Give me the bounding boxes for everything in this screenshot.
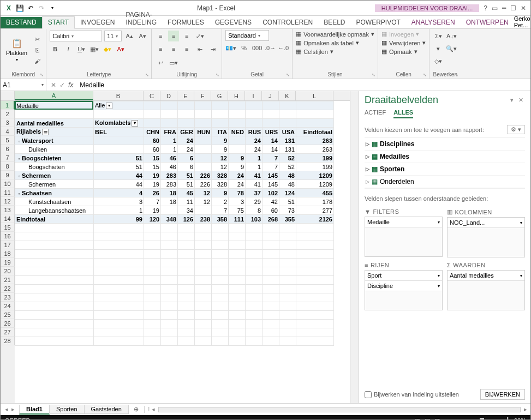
field-chip[interactable]: Aantal medailles▾ <box>448 271 524 281</box>
column-header[interactable]: L <box>296 91 333 100</box>
row-header[interactable]: 10 <box>1 179 15 188</box>
column-header[interactable]: A <box>15 91 93 100</box>
horizontal-scrollbar[interactable]: ⁞ ◂ ▸ <box>144 406 530 413</box>
align-top-icon[interactable]: ≡ <box>155 31 166 41</box>
row-header[interactable]: 8 <box>1 162 15 171</box>
tab-file[interactable]: BESTAND <box>1 17 42 28</box>
field-item[interactable]: ▷▦ Sporten <box>365 163 525 176</box>
copy-icon[interactable]: ⎘ <box>32 45 43 56</box>
close-icon[interactable]: ✕ <box>521 4 526 12</box>
fill-color-icon[interactable]: ◆▾ <box>102 44 113 55</box>
autosum-icon[interactable]: Σ▾ <box>433 31 444 41</box>
accounting-icon[interactable]: 💶▾ <box>225 43 236 53</box>
row-header[interactable]: 1 <box>1 101 15 110</box>
number-format-select[interactable]: Standaard▾ <box>225 30 269 41</box>
zoom-in-icon[interactable]: ╋ <box>506 417 510 421</box>
expand-icon[interactable]: ▷ <box>366 141 369 147</box>
decrease-decimal-icon[interactable]: ←.0 <box>278 43 289 53</box>
format-as-table-button[interactable]: ▦ Opmaken als tabel ▾ <box>296 39 359 47</box>
fill-icon[interactable]: ▾ <box>433 43 444 54</box>
view-page-layout-icon[interactable]: ▤ <box>425 417 430 421</box>
cell-styles-button[interactable]: ▦ Celstijlen ▾ <box>296 47 333 56</box>
tab-analyze[interactable]: ANALYSEREN <box>406 17 461 28</box>
decrease-font-icon[interactable]: A▾ <box>137 31 148 41</box>
insert-cells-button[interactable]: ▦ Invoegen ▾ <box>381 30 419 38</box>
expand-icon[interactable]: ▷ <box>366 166 369 172</box>
column-header[interactable]: B <box>93 91 144 100</box>
chevron-down-icon[interactable]: ▾ <box>438 284 440 289</box>
format-cells-button[interactable]: ▦ Opmaak ▾ <box>381 47 417 56</box>
collapse-icon[interactable]: ▫ <box>16 139 22 144</box>
sheet-tab[interactable]: Gaststeden <box>84 405 129 414</box>
enter-icon[interactable]: ✓ <box>59 81 65 89</box>
vertical-scrollbar[interactable] <box>350 91 359 403</box>
pane-tab-active[interactable]: ACTIEF <box>365 109 386 118</box>
collapse-icon[interactable]: ▫ <box>16 191 22 196</box>
delete-cells-button[interactable]: ▦ Verwijderen ▾ <box>381 39 426 47</box>
tab-view[interactable]: BEELD <box>318 17 350 28</box>
tab-page-layout[interactable]: PAGINA-INDELING <box>120 9 162 28</box>
worksheet-grid[interactable]: ABCDEFGHIJKL 123456789101112131415161718… <box>1 91 350 403</box>
save-icon[interactable]: 💾 <box>15 3 25 13</box>
underline-icon[interactable]: U▾ <box>76 44 87 55</box>
undo-icon[interactable]: ↶ <box>26 3 35 13</box>
align-bottom-icon[interactable]: ≡ <box>181 31 192 41</box>
view-normal-icon[interactable]: ▦ <box>415 417 420 421</box>
row-header[interactable]: 9 <box>1 171 15 179</box>
row-header[interactable]: 11 <box>1 188 15 197</box>
row-header[interactable]: 14 <box>1 214 15 223</box>
sort-filter-icon[interactable]: A↓▾ <box>446 31 457 41</box>
clear-icon[interactable]: ◇▾ <box>433 56 444 67</box>
column-header[interactable]: D <box>160 91 177 100</box>
filter-dropdown-icon[interactable]: ⚌ <box>42 129 49 135</box>
row-header[interactable]: 13 <box>1 206 15 214</box>
help-icon[interactable]: ? <box>484 4 487 12</box>
column-header[interactable]: G <box>211 91 228 100</box>
row-header[interactable]: 21 <box>1 275 15 284</box>
align-left-icon[interactable]: ≡ <box>155 44 166 55</box>
tab-start[interactable]: START <box>42 16 75 29</box>
field-chip[interactable]: Discipline▾ <box>365 281 442 291</box>
conditional-formatting-button[interactable]: ▦ Voorwaardelijke opmaak ▾ <box>296 30 374 38</box>
font-size-select[interactable]: 11▾ <box>104 31 122 41</box>
pane-tab-all[interactable]: ALLES <box>393 109 413 118</box>
pane-tools-icon[interactable]: ⚙ ▾ <box>507 125 525 134</box>
chevron-down-icon[interactable]: ▾ <box>520 273 522 278</box>
bold-icon[interactable]: B <box>50 44 61 55</box>
align-middle-icon[interactable]: ≡ <box>168 31 179 41</box>
row-header[interactable]: 2 <box>1 110 15 118</box>
merge-icon[interactable]: ▭▾ <box>168 57 179 68</box>
row-header[interactable]: 4 <box>1 127 15 136</box>
rows-dropzone[interactable]: Sport▾Discipline▾ <box>365 270 443 310</box>
font-family-select[interactable]: Calibri▾ <box>50 31 102 41</box>
tab-review[interactable]: CONTROLEREN <box>257 17 318 28</box>
format-painter-icon[interactable]: 🖌 <box>32 56 43 67</box>
find-select-icon[interactable]: 🔍▾ <box>446 43 457 54</box>
tab-powerpivot[interactable]: POWERPIVOT <box>351 17 406 28</box>
field-item[interactable]: ▷▦ Disciplines <box>365 138 525 151</box>
row-header[interactable]: 22 <box>1 284 15 293</box>
values-dropzone[interactable]: Aantal medailles▾ <box>447 270 525 310</box>
field-chip[interactable]: Medaille▾ <box>365 217 442 227</box>
tab-insert[interactable]: INVOEGEN <box>75 17 120 28</box>
zoom-level[interactable]: 90% <box>514 417 526 420</box>
formula-input[interactable]: Medaille <box>77 79 530 91</box>
defer-checkbox[interactable]: Bijwerken van indeling uitstellen <box>365 391 459 398</box>
sheet-tab-active[interactable]: Blad1 <box>19 405 50 415</box>
sheet-nav-next-icon[interactable]: ▸ <box>11 406 15 413</box>
tab-formulas[interactable]: FORMULES <box>162 17 210 28</box>
row-header[interactable]: 27 <box>1 328 15 337</box>
percent-icon[interactable]: % <box>238 43 249 53</box>
column-header[interactable]: H <box>228 91 245 100</box>
user-account[interactable]: Gerko Pet... ▾ <box>514 15 531 28</box>
row-header[interactable]: 3 <box>1 118 15 127</box>
minimize-icon[interactable]: ━ <box>502 4 506 12</box>
row-header[interactable]: 6 <box>1 145 15 153</box>
increase-font-icon[interactable]: A▴ <box>124 31 135 41</box>
qat-dropdown-icon[interactable]: ▾ <box>47 3 57 13</box>
row-header[interactable]: 17 <box>1 241 15 249</box>
tab-data[interactable]: GEGEVENS <box>210 17 257 28</box>
comma-icon[interactable]: 000 <box>252 43 262 53</box>
row-header[interactable]: 28 <box>1 337 15 345</box>
align-center-icon[interactable]: ≡ <box>168 44 179 55</box>
